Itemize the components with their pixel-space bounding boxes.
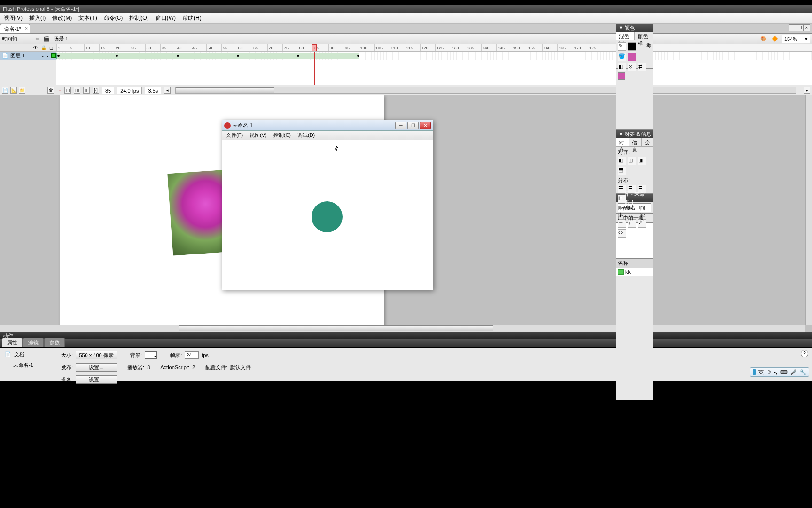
ruler-tick[interactable]: 170 [573, 44, 581, 51]
menu-help[interactable]: 帮助(H) [182, 14, 202, 22]
ruler-tick[interactable]: 10 [84, 44, 90, 51]
stage-h-thumb[interactable] [179, 325, 493, 331]
stroke-color-swatch[interactable] [628, 42, 636, 51]
transform-tab[interactable]: 变 [642, 138, 653, 146]
menu-modify[interactable]: 修改(M) [52, 14, 72, 22]
publish-settings-button[interactable]: 设置... [76, 363, 117, 372]
ruler-tick[interactable]: 165 [557, 44, 566, 51]
ruler-tick[interactable]: 160 [542, 44, 551, 51]
ruler-tick[interactable]: 5 [69, 44, 72, 51]
layer-lock-dot[interactable]: • [47, 53, 48, 59]
lock-icon[interactable]: 🔒 [41, 45, 47, 50]
ruler-tick[interactable]: 105 [374, 44, 383, 51]
ruler-tick[interactable]: 140 [481, 44, 490, 51]
actions-panel-header[interactable]: 动作 [0, 332, 812, 339]
ruler-tick[interactable]: 145 [496, 44, 505, 51]
menu-commands[interactable]: 命令(C) [104, 14, 123, 22]
ruler-tick[interactable]: 75 [282, 44, 289, 51]
bw-icon[interactable]: ◧ [618, 63, 626, 71]
ime-dot-icon[interactable]: •, [774, 369, 777, 375]
ruler-tick[interactable]: 65 [252, 44, 258, 51]
menu-window[interactable]: 窗口(W) [156, 14, 176, 22]
keyframe[interactable] [357, 55, 359, 57]
stage-h-scrollbar[interactable] [0, 325, 805, 332]
ruler-tick[interactable]: 110 [390, 44, 398, 51]
ruler-tick[interactable]: 100 [359, 44, 367, 51]
ruler-tick[interactable]: 135 [466, 44, 474, 51]
ime-toolbar[interactable]: 英 ☽ •, ⌨ 🎤 🔧 [750, 367, 809, 377]
library-thumbnail[interactable] [618, 72, 625, 80]
timeline-frames[interactable] [56, 52, 812, 60]
ruler-tick[interactable]: 55 [221, 44, 227, 51]
fill-color-swatch[interactable] [628, 53, 636, 61]
eye-icon[interactable]: 👁 [33, 45, 38, 50]
ruler-tick[interactable]: 115 [405, 44, 413, 51]
edit-multiple-icon[interactable]: ◫ [83, 87, 90, 94]
space-h-icon[interactable]: ⇔ [618, 229, 626, 238]
ruler-tick[interactable]: 45 [191, 44, 197, 51]
player-maximize-icon[interactable]: ☐ [407, 122, 419, 129]
menu-insert[interactable]: 插入(I) [29, 14, 46, 22]
player-menu-view[interactable]: 视图(V) [250, 132, 267, 139]
ime-keyboard-icon[interactable]: ⌨ [780, 369, 788, 375]
color-panel-header[interactable]: ▼颜色 [616, 24, 653, 32]
zoom-dropdown[interactable]: 154% ▾ [782, 35, 810, 43]
back-arrow-icon[interactable]: ⇦ [35, 36, 39, 42]
scroll-thumb[interactable] [176, 87, 274, 93]
align-hcenter-icon[interactable]: ◫ [628, 157, 636, 165]
library-name-col[interactable]: 名称 [618, 260, 628, 266]
scroll-left-icon[interactable]: ◂ [164, 87, 171, 94]
layer-row[interactable]: 📄 图层 1 • • [0, 52, 56, 60]
tab-parameters[interactable]: 参数 [44, 338, 65, 347]
color-tab-swatches[interactable]: 颜色样 [635, 32, 654, 40]
align-right-icon[interactable]: ◨ [638, 157, 646, 165]
color-tab-mixer[interactable]: 混色器 [616, 32, 635, 40]
timeline-h-scrollbar[interactable] [175, 87, 796, 94]
outline-icon[interactable]: ◻ [49, 45, 53, 50]
stroke-pencil-icon[interactable]: ✎ [618, 42, 626, 51]
library-panel-header[interactable]: ▼库 - 未命名-1 [616, 194, 653, 202]
center-frame-icon[interactable]: ⟊ [58, 87, 62, 93]
stage-v-scrollbar[interactable] [805, 95, 812, 325]
onion-outline-icon[interactable]: ◫ [74, 87, 80, 94]
mdi-restore-icon[interactable]: ❐ [796, 24, 803, 31]
align-panel-header[interactable]: ▼对齐 & 信息 [616, 130, 653, 138]
align-top-icon[interactable]: ⬒ [618, 167, 626, 175]
ime-lang[interactable]: 英 [758, 369, 764, 376]
ruler-tick[interactable]: 1 [56, 44, 60, 51]
fill-bucket-icon[interactable]: 🪣 [618, 53, 626, 61]
tab-filters[interactable]: 滤镜 [23, 338, 44, 347]
layer-outline-box[interactable] [51, 53, 56, 58]
player-menu-debug[interactable]: 调试(D) [297, 132, 315, 139]
ime-settings-icon[interactable]: 🔧 [800, 369, 806, 375]
playhead[interactable] [312, 44, 317, 51]
ruler-tick[interactable]: 60 [237, 44, 243, 51]
ruler-tick[interactable]: 80 [298, 44, 304, 51]
edit-scene-icon[interactable]: 🎨 [759, 35, 768, 43]
swf-player-window[interactable]: 未命名-1 ─ ☐ ✕ 文件(F) 视图(V) 控制(C) 调试(D) [222, 120, 433, 290]
edit-symbol-icon[interactable]: 🔶 [771, 35, 779, 43]
menu-control[interactable]: 控制(O) [129, 14, 148, 22]
ruler-tick[interactable]: 130 [451, 44, 459, 51]
player-menu-file[interactable]: 文件(F) [226, 132, 243, 139]
ruler-tick[interactable]: 30 [145, 44, 151, 51]
ruler-tick[interactable]: 40 [176, 44, 182, 51]
modify-markers-icon[interactable]: [·] [93, 87, 99, 94]
scroll-right-icon[interactable]: ▸ [804, 87, 810, 94]
tab-close-icon[interactable]: × [25, 26, 28, 31]
delete-layer-icon[interactable]: 🗑 [47, 87, 54, 94]
onion-skin-icon[interactable]: ◫ [64, 87, 71, 94]
ruler-tick[interactable]: 175 [588, 44, 596, 51]
menu-text[interactable]: 文本(T) [78, 14, 97, 22]
ruler-tick[interactable]: 70 [267, 44, 273, 51]
document-tab[interactable]: 命名-1* × [0, 24, 30, 33]
ruler-tick[interactable]: 120 [420, 44, 429, 51]
tab-properties[interactable]: 属性 [2, 338, 23, 347]
layer-visible-dot[interactable]: • [42, 53, 44, 59]
align-tab[interactable]: 对齐 [616, 138, 629, 146]
ruler-tick[interactable]: 20 [115, 44, 121, 51]
size-button[interactable]: 550 x 400 像素 [76, 351, 117, 359]
ruler-tick[interactable]: 95 [344, 44, 350, 51]
align-left-icon[interactable]: ◧ [618, 157, 626, 165]
mdi-close-icon[interactable]: × [803, 24, 810, 31]
